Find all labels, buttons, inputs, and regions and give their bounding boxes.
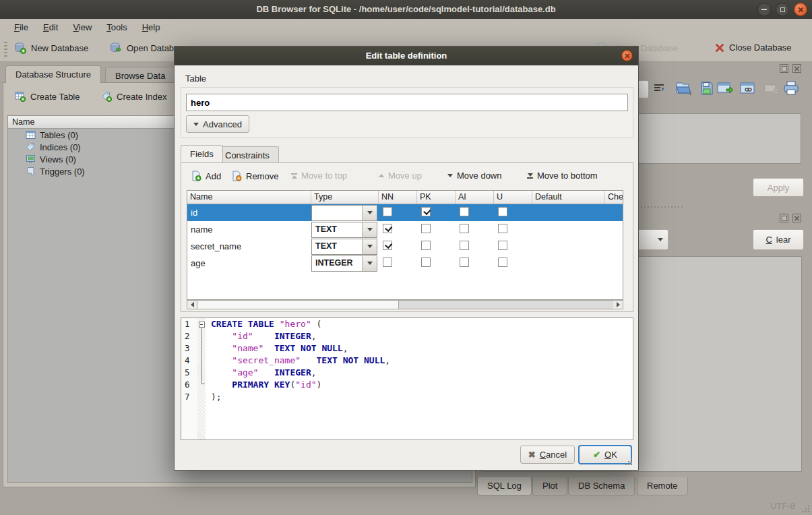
scrollbar-thumb[interactable] bbox=[197, 301, 399, 309]
ai-checkbox[interactable] bbox=[460, 207, 469, 216]
tab-sql-log[interactable]: SQL Log bbox=[477, 477, 532, 495]
dock-float-button[interactable] bbox=[780, 64, 788, 73]
close-database-icon bbox=[715, 43, 724, 53]
field-name-cell[interactable]: id bbox=[187, 208, 311, 218]
field-row-age[interactable]: age INTEGER bbox=[187, 255, 623, 272]
new-database-button[interactable]: New Database bbox=[11, 40, 92, 56]
maximize-button[interactable] bbox=[776, 3, 789, 16]
window-titlebar[interactable]: DB Browser for SQLite - /home/user/code/… bbox=[0, 0, 812, 19]
word-wrap-icon[interactable] bbox=[652, 82, 666, 94]
tab-constraints[interactable]: Constraints bbox=[216, 146, 279, 164]
minimize-button[interactable] bbox=[757, 3, 771, 16]
column-header-pk[interactable]: PK bbox=[417, 191, 456, 204]
encoding-indicator[interactable]: UTF-8 bbox=[741, 501, 795, 511]
nn-checkbox[interactable] bbox=[383, 224, 392, 233]
move-to-top-icon bbox=[291, 173, 297, 179]
cancel-button[interactable]: ✖ Cancel bbox=[520, 446, 575, 464]
ai-checkbox[interactable] bbox=[460, 258, 469, 267]
sqllog-close-button[interactable] bbox=[792, 214, 801, 222]
menu-file[interactable]: File bbox=[7, 20, 36, 35]
sql-preview-editor[interactable]: 1 2 3 4 5 6 7 CREATE TABLE "hero" ( "id"… bbox=[181, 317, 633, 440]
chevron-down-icon bbox=[362, 239, 377, 254]
column-header-u[interactable]: U bbox=[494, 191, 532, 204]
dialog-resize-grip[interactable] bbox=[625, 458, 633, 466]
column-header-check[interactable]: Check bbox=[605, 191, 623, 204]
sqllog-float-button[interactable] bbox=[780, 214, 788, 222]
field-type-select[interactable]: INTEGER bbox=[311, 255, 377, 272]
field-row-id[interactable]: id INTEGER bbox=[187, 204, 623, 221]
field-type-select[interactable]: INTEGER bbox=[311, 205, 377, 221]
print-cell-icon[interactable] bbox=[783, 81, 799, 96]
field-row-name[interactable]: name TEXT bbox=[187, 221, 623, 238]
cancel-icon: ✖ bbox=[528, 450, 536, 459]
remove-field-button[interactable]: Remove bbox=[231, 171, 278, 181]
add-field-button[interactable]: Add bbox=[191, 171, 221, 181]
advanced-toggle-button[interactable]: Advanced bbox=[186, 115, 249, 133]
column-header-nn[interactable]: NN bbox=[379, 191, 417, 204]
open-in-external-icon[interactable] bbox=[740, 82, 757, 96]
set-null-icon[interactable] bbox=[764, 84, 780, 94]
tab-fields[interactable]: Fields bbox=[181, 145, 223, 162]
menu-help[interactable]: Help bbox=[135, 20, 168, 35]
toolbar-drag-handle[interactable] bbox=[4, 42, 7, 57]
tab-db-schema[interactable]: DB Schema bbox=[568, 477, 635, 495]
column-header-default[interactable]: Default bbox=[532, 191, 605, 204]
maximize-icon bbox=[780, 7, 785, 12]
tab-remote[interactable]: Remote bbox=[637, 477, 688, 495]
tab-database-structure[interactable]: Database Structure bbox=[5, 65, 101, 83]
apply-cell-button[interactable]: Apply bbox=[753, 178, 804, 197]
dialog-titlebar[interactable]: Edit table definition bbox=[175, 47, 638, 65]
nn-checkbox[interactable] bbox=[383, 241, 392, 250]
menu-view[interactable]: View bbox=[65, 20, 99, 35]
create-index-button[interactable]: Create Index bbox=[98, 89, 170, 104]
close-database-button[interactable]: Close Database bbox=[712, 40, 795, 55]
move-up-button[interactable]: Move up bbox=[379, 171, 422, 181]
column-header-ai[interactable]: AI bbox=[456, 191, 494, 204]
u-checkbox[interactable] bbox=[498, 241, 507, 250]
add-icon bbox=[191, 171, 201, 181]
fold-collapse-icon[interactable] bbox=[199, 322, 205, 328]
move-to-bottom-button[interactable]: Move to bottom bbox=[527, 171, 598, 181]
field-row-secret-name[interactable]: secret_name TEXT bbox=[187, 238, 623, 255]
close-button[interactable] bbox=[794, 3, 807, 16]
ok-button[interactable]: ✔ OK bbox=[579, 446, 631, 464]
create-table-button[interactable]: Create Table bbox=[11, 89, 83, 104]
pk-checkbox[interactable] bbox=[421, 207, 431, 216]
menu-edit[interactable]: Edit bbox=[36, 20, 65, 35]
tab-plot[interactable]: Plot bbox=[532, 477, 567, 495]
pk-checkbox[interactable] bbox=[421, 258, 431, 267]
move-down-button[interactable]: Move down bbox=[447, 171, 501, 181]
field-type-select[interactable]: TEXT bbox=[311, 222, 377, 238]
nn-checkbox[interactable] bbox=[383, 207, 392, 216]
field-name-cell[interactable]: secret_name bbox=[187, 241, 311, 251]
chevron-down-icon bbox=[362, 256, 377, 271]
window-resize-grip[interactable] bbox=[802, 505, 810, 513]
pk-checkbox[interactable] bbox=[421, 224, 431, 233]
minimize-icon bbox=[761, 9, 767, 10]
u-checkbox[interactable] bbox=[498, 258, 507, 267]
clear-log-button[interactable]: Clear bbox=[753, 229, 804, 250]
ai-checkbox[interactable] bbox=[460, 224, 469, 233]
field-type-select[interactable]: TEXT bbox=[311, 239, 377, 255]
field-name-cell[interactable]: age bbox=[187, 258, 311, 268]
column-header-type[interactable]: Type bbox=[311, 191, 379, 204]
scroll-left-icon[interactable] bbox=[187, 301, 197, 309]
ai-checkbox[interactable] bbox=[460, 241, 469, 250]
move-to-top-button[interactable]: Move to top bbox=[291, 171, 347, 181]
fields-horizontal-scrollbar[interactable] bbox=[187, 300, 623, 309]
export-cell-button[interactable] bbox=[699, 81, 714, 96]
dock-close-button[interactable] bbox=[792, 64, 801, 73]
menu-tools[interactable]: Tools bbox=[99, 20, 134, 35]
table-name-input[interactable] bbox=[186, 94, 628, 111]
field-name-cell[interactable]: name bbox=[187, 224, 311, 235]
apply-cell-icon[interactable] bbox=[717, 82, 735, 96]
dialog-close-button[interactable] bbox=[621, 50, 633, 61]
pk-checkbox[interactable] bbox=[421, 241, 431, 250]
dock-splitter-handle[interactable] bbox=[637, 206, 685, 208]
column-header-name[interactable]: Name bbox=[187, 191, 311, 204]
u-checkbox[interactable] bbox=[498, 207, 507, 216]
u-checkbox[interactable] bbox=[498, 224, 507, 233]
scroll-right-icon[interactable] bbox=[613, 301, 623, 309]
nn-checkbox[interactable] bbox=[383, 258, 392, 267]
import-cell-button[interactable] bbox=[675, 81, 694, 96]
